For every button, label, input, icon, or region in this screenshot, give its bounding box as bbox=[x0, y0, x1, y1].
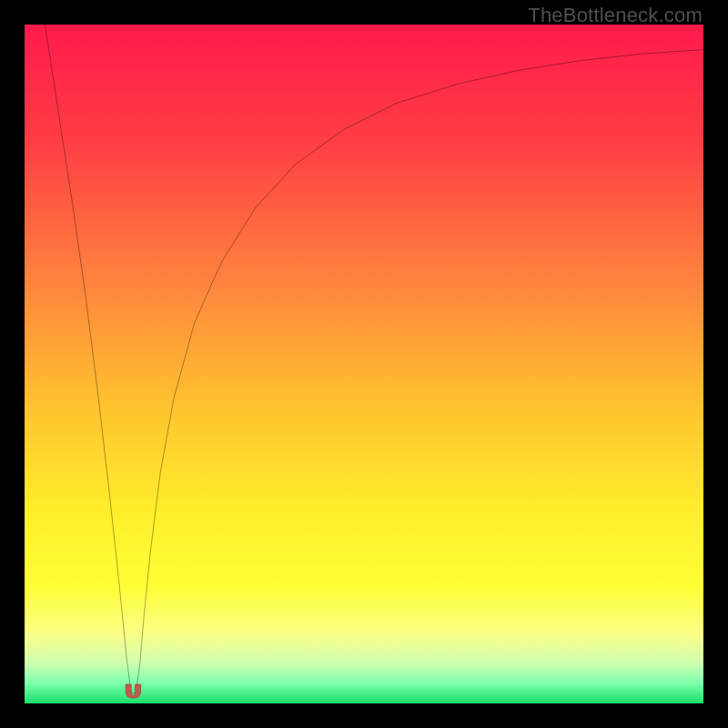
bottleneck-curve bbox=[25, 25, 703, 703]
chart-frame: TheBottleneck.com bbox=[0, 0, 728, 728]
plot-area bbox=[25, 25, 703, 703]
watermark-text: TheBottleneck.com bbox=[528, 4, 703, 27]
minimum-marker bbox=[126, 684, 140, 698]
